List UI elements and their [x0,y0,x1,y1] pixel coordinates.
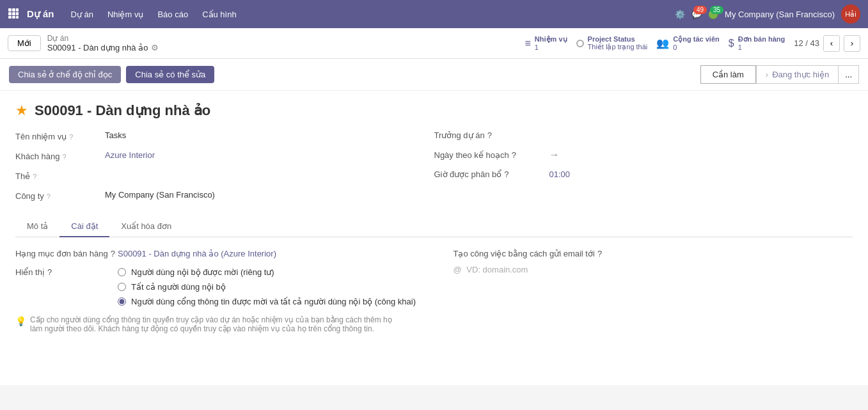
stat-cong-tac-vien[interactable]: 👥 Cộng tác viên 0 [656,35,719,51]
don-ban-hang-count: 1 [738,43,742,51]
hien-thi-label-text: Hiển thị [15,267,45,277]
tasks-icon: ≡ [525,38,531,49]
record-settings-icon[interactable]: ⚙ [151,43,159,52]
nav-du-an[interactable]: Dự án [66,7,99,22]
email-example-text: VD: domain.com [466,265,528,274]
nav-cau-hinh[interactable]: Cấu hình [197,7,242,22]
favorite-star-icon[interactable]: ★ [15,102,28,119]
nav-bao-cao[interactable]: Báo cáo [152,7,193,22]
ten-nhiem-vu-value[interactable]: Tasks [105,130,126,140]
ten-nhiem-vu-label-text: Tên nhiệm vụ [15,132,67,141]
radio-cong-khai[interactable]: Người dùng cổng thông tin được mời và tấ… [118,297,416,306]
form-row-truong-du-an: Trưởng dự án ? [434,130,834,140]
status-canlam-button[interactable]: Cần làm [700,65,756,84]
the-label-text: Thẻ [15,171,30,181]
notification-badge: 49 [693,6,707,14]
settings-icon[interactable]: ⚙️ [675,10,685,19]
radio-cong-khai-input[interactable] [118,297,126,306]
cong-ty-help-icon[interactable]: ? [47,193,51,200]
radio-tat-ca-noi-bo-input[interactable] [118,283,126,291]
pagination-text: 12 / 43 [794,38,819,48]
svg-rect-6 [8,16,12,19]
tao-cong-viec-help-icon[interactable]: ? [597,249,602,258]
form-row-cong-ty: Công ty ? My Company (San Francisco) [15,190,415,201]
tab-xuat-hoa-don[interactable]: Xuất hóa đơn [109,216,183,237]
radio-rieng-tu[interactable]: Người dùng nội bộ được mời (riêng tư) [118,267,416,277]
email-domain: @ VD: domain.com [454,265,528,274]
nhiem-vu-label: Nhiệm vụ [535,35,567,43]
project-title-row: ★ S00091 - Dàn dựng nhà ảo [15,102,853,119]
status-dangthuchien-label: Đang thực hiện [772,70,829,79]
project-title: S00091 - Dàn dựng nhà ảo [35,102,210,119]
stat-nhiem-vu-label: Nhiệm vụ 1 [535,35,567,51]
cong-ty-label: Công ty ? [15,190,105,201]
hien-thi-label: Hiển thị ? [15,267,118,277]
prev-page-button[interactable]: ‹ [823,35,840,52]
svg-rect-7 [12,16,15,19]
svg-rect-2 [16,8,19,12]
status-dangthuchien-button[interactable]: › Đang thực hiện [756,65,839,84]
gio-phan-bo-help-icon[interactable]: ? [504,170,509,179]
share-readonly-button[interactable]: Chia sẻ ở chế độ chỉ đọc [9,66,121,83]
form-grid: Tên nhiệm vụ ? Tasks Khách hàng ? Azure … [15,130,853,210]
radio-tat-ca-noi-bo[interactable]: Tất cả người dùng nội bộ [118,282,416,292]
svg-rect-4 [12,12,15,15]
app-grid-icon[interactable] [8,8,19,21]
the-label: Thẻ ? [15,170,105,181]
khach-hang-value[interactable]: Azure Interior [105,150,155,160]
truong-du-an-help-icon[interactable]: ? [487,130,492,140]
message-badge: 35 [710,6,723,14]
the-help-icon[interactable]: ? [33,173,36,180]
tao-cong-viec-label-text: Tạo công việc bằng cách gửi email tới [454,249,595,258]
stat-nhiem-vu[interactable]: ≡ Nhiệm vụ 1 [525,35,567,51]
ngay-ke-hoach-label-text: Ngày theo kế hoạch [434,150,509,160]
radio-rieng-tu-label: Người dùng nội bộ được mời (riêng tư) [131,267,274,277]
date-arrow-icon[interactable]: → [549,149,560,161]
sales-order-icon: $ [729,38,734,49]
form-row-gio-phan-bo: Giờ được phân bổ ? 01:00 [434,170,834,179]
cong-tac-vien-count: 0 [673,43,677,51]
cong-ty-value: My Company (San Francisco) [105,190,215,200]
tab-cai-dat-content: Hạng mục đơn bán hàng ? S00091 - Dàn dựn… [15,249,853,333]
app-brand: Dự án [27,8,54,20]
ngay-ke-hoach-help-icon[interactable]: ? [512,150,516,160]
gio-phan-bo-label-text: Giờ được phân bổ [434,170,502,179]
secondary-nav: Mới Dự án S00091 - Dàn dựng nhà ảo ⚙ ≡ N… [0,28,868,59]
secnav-right: ≡ Nhiệm vụ 1 Project Status Thiết lập tr… [525,35,860,52]
stat-don-ban-hang[interactable]: $ Đơn bán hàng 1 [729,35,785,51]
radio-rieng-tu-input[interactable] [118,268,126,276]
ten-nhiem-vu-label: Tên nhiệm vụ ? [15,130,105,141]
gio-phan-bo-label: Giờ được phân bổ ? [434,170,549,179]
radio-cong-khai-label: Người dùng cổng thông tin được mời và tấ… [131,297,416,306]
status-more-button[interactable]: ... [839,65,859,84]
hang-muc-help-icon[interactable]: ? [111,249,115,258]
hien-thi-help-icon[interactable]: ? [47,267,52,277]
nav-nhiem-vu[interactable]: Nhiệm vụ [102,7,148,22]
tab-right-col: Tạo công việc bằng cách gửi email tới ? … [434,249,853,333]
breadcrumb: Dự án S00091 - Dàn dựng nhà ảo ⚙ [47,34,159,52]
svg-rect-8 [16,16,19,19]
cong-tac-vien-label: Cộng tác viên [673,35,719,43]
tab-mo-ta[interactable]: Mô tả [15,216,59,237]
hang-muc-value[interactable]: S00091 - Dàn dựng nhà ảo (Azure Interior… [118,249,276,258]
notifications-icon[interactable]: 💬 49 [691,10,702,19]
ten-nhiem-vu-help-icon[interactable]: ? [69,133,73,141]
new-button[interactable]: Mới [8,35,41,51]
form-row-khach-hang: Khách hàng ? Azure Interior [15,150,415,161]
tab-cai-dat[interactable]: Cài đặt [59,216,109,237]
project-status-dot [576,40,584,47]
at-sign: @ [454,265,462,274]
next-page-button[interactable]: › [844,35,860,52]
share-editable-button[interactable]: Chia sẻ có thể sửa [126,66,214,83]
gio-phan-bo-value[interactable]: 01:00 [549,170,571,179]
collaborator-icon: 👥 [656,37,669,49]
user-avatar[interactable]: Hải [841,4,860,24]
stat-project-status[interactable]: Project Status Thiết lập trạng thái [576,35,648,51]
truong-du-an-label-text: Trưởng dự án [434,130,485,140]
tab-left-col: Hạng mục đơn bán hàng ? S00091 - Dàn dựn… [15,249,434,333]
topnav-right: ⚙️ 💬 49 🟢 35 My Company (San Francisco) … [675,4,860,24]
breadcrumb-parent[interactable]: Dự án [47,34,159,43]
messages-icon[interactable]: 🟢 35 [708,10,718,19]
ngay-ke-hoach-label: Ngày theo kế hoạch ? [434,150,549,160]
khach-hang-help-icon[interactable]: ? [62,153,66,161]
